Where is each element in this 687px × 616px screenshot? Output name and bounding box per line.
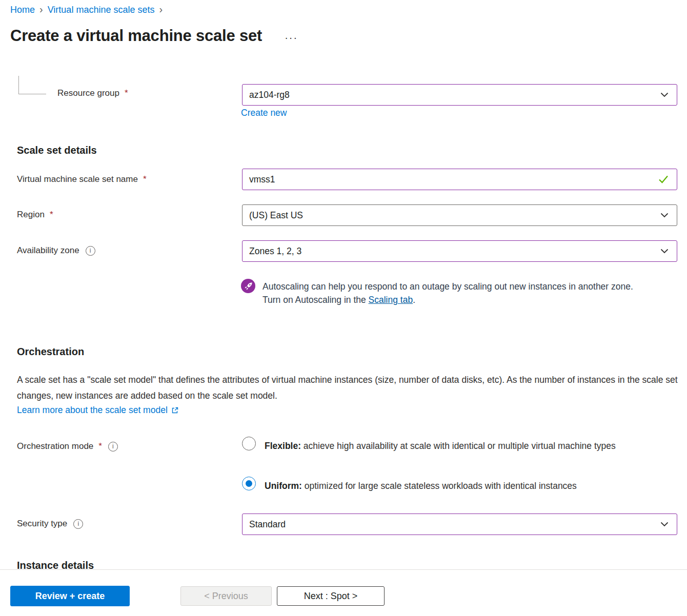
title-row: Create a virtual machine scale set ··· (10, 27, 298, 45)
security-type-label-text: Security type (17, 519, 67, 529)
rocket-icon (241, 279, 255, 293)
security-type-value: Standard (249, 519, 286, 530)
radio-uniform[interactable] (242, 477, 256, 490)
radio-flexible-desc: achieve high availability at scale with … (301, 441, 616, 451)
region-label-text: Region (17, 210, 45, 220)
security-type-dropdown[interactable]: Standard (242, 514, 677, 535)
radio-selected-dot (246, 480, 252, 487)
info-icon[interactable]: i (86, 246, 95, 256)
orchestration-mode-label: Orchestration mode * i (17, 441, 118, 451)
autoscaling-note-text: Autoscaling can help you respond to an o… (262, 281, 633, 305)
region-value: (US) East US (249, 210, 303, 221)
chevron-right-icon: › (159, 4, 163, 16)
info-icon[interactable]: i (108, 442, 118, 451)
security-type-label: Security type i (17, 519, 83, 529)
breadcrumb-vmss[interactable]: Virtual machine scale sets (48, 5, 155, 15)
availability-zone-dropdown[interactable]: Zones 1, 2, 3 (242, 240, 677, 262)
orchestration-description: A scale set has a "scale set model" that… (17, 372, 681, 404)
vmss-name-value: vmss1 (249, 174, 275, 185)
review-create-button[interactable]: Review + create (10, 586, 130, 606)
region-label: Region * (17, 210, 53, 220)
next-spot-button[interactable]: Next : Spot > (277, 586, 385, 606)
orchestration-mode-label-text: Orchestration mode (17, 441, 93, 451)
scale-set-details-heading: Scale set details (17, 145, 97, 156)
learn-more-link[interactable]: Learn more about the scale set model (17, 405, 168, 416)
validation-check-icon (658, 175, 669, 183)
chevron-down-icon (660, 92, 669, 97)
breadcrumb: Home › Virtual machine scale sets › (10, 4, 163, 16)
region-dropdown[interactable]: (US) East US (242, 204, 677, 226)
availability-zone-label: Availability zone i (17, 245, 95, 256)
resource-group-label-text: Resource group (57, 88, 119, 98)
autoscaling-note: Autoscaling can help you respond to an o… (262, 280, 648, 306)
required-asterisk: * (50, 210, 53, 220)
create-vmss-page: Home › Virtual machine scale sets › Crea… (0, 0, 687, 616)
create-new-link[interactable]: Create new (241, 108, 287, 118)
radio-uniform-label[interactable]: Uniform: optimized for large scale state… (265, 478, 672, 494)
radio-uniform-desc: optimized for large scale stateless work… (302, 481, 577, 491)
radio-flexible-name: Flexible: (265, 441, 301, 451)
resource-group-dropdown[interactable]: az104-rg8 (242, 84, 677, 106)
more-options-icon[interactable]: ··· (285, 29, 298, 44)
wizard-footer: Review + create < Previous Next : Spot > (0, 569, 687, 616)
chevron-down-icon (660, 522, 669, 527)
vmss-name-label-text: Virtual machine scale set name (17, 174, 138, 184)
vmss-name-label: Virtual machine scale set name * (17, 174, 147, 184)
chevron-down-icon (660, 213, 669, 218)
required-asterisk: * (98, 441, 102, 451)
availability-zone-value: Zones 1, 2, 3 (249, 246, 301, 257)
vmss-name-input[interactable]: vmss1 (242, 169, 677, 190)
scaling-tab-link[interactable]: Scaling tab (369, 295, 413, 305)
radio-flexible-label[interactable]: Flexible: achieve high availability at s… (265, 438, 672, 454)
resource-group-value: az104-rg8 (249, 90, 290, 100)
resource-group-label: Resource group * (57, 88, 128, 98)
subscription-indent-line (18, 76, 46, 94)
orchestration-heading: Orchestration (17, 346, 84, 358)
autoscaling-note-period: . (413, 295, 415, 305)
chevron-down-icon (660, 249, 669, 254)
availability-zone-label-text: Availability zone (17, 245, 79, 256)
required-asterisk: * (143, 174, 147, 184)
breadcrumb-home[interactable]: Home (10, 5, 35, 15)
radio-uniform-name: Uniform: (265, 481, 302, 491)
info-icon[interactable]: i (73, 519, 83, 529)
previous-button[interactable]: < Previous (180, 586, 272, 606)
page-title: Create a virtual machine scale set (10, 27, 262, 45)
radio-flexible[interactable] (242, 437, 256, 450)
required-asterisk: * (125, 88, 128, 98)
external-link-icon (171, 406, 179, 414)
chevron-right-icon: › (39, 4, 43, 16)
